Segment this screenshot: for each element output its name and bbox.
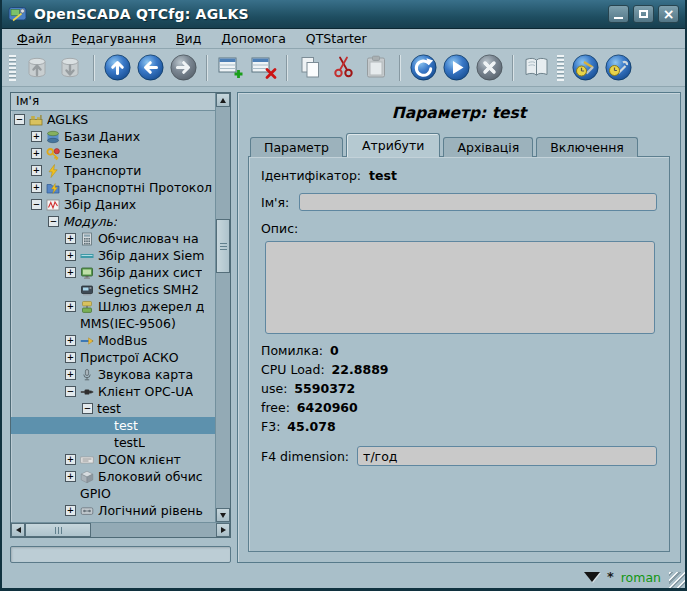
expand-toggle[interactable]: + [65, 335, 76, 346]
tree-item-security[interactable]: +Безпека [11, 145, 215, 162]
minimize-button[interactable] [608, 5, 629, 23]
item-remove-button[interactable] [248, 52, 278, 84]
toolbar-handle[interactable] [557, 55, 564, 81]
load-from-db-button [22, 52, 52, 84]
cut-button[interactable] [328, 52, 358, 84]
collapse-toggle[interactable]: − [48, 216, 59, 227]
horizontal-scroll-thumb[interactable] [25, 523, 91, 537]
tree-horizontal-scrollbar[interactable] [11, 522, 230, 537]
calc-icon [80, 232, 94, 246]
tree-header[interactable]: Ім'я [11, 93, 215, 111]
titlebar[interactable]: OpenSCADA QTCfg: AGLKS × [2, 0, 685, 29]
expand-toggle[interactable]: + [31, 165, 42, 176]
menu-item-file[interactable]: Файл [8, 30, 61, 47]
tab-parameter[interactable]: Параметр [250, 137, 343, 157]
menu-item-qtstarter[interactable]: QTStarter [297, 30, 376, 47]
tree-item-dcon[interactable]: +DCON клієнт [11, 451, 215, 468]
scroll-left-button[interactable] [11, 523, 25, 537]
name-input[interactable] [299, 193, 657, 211]
expand-toggle[interactable]: + [31, 182, 42, 193]
item-add-button[interactable] [215, 52, 245, 84]
tree-item-testl-parameter[interactable]: testL [11, 434, 215, 451]
expand-toggle[interactable]: + [65, 301, 76, 312]
tree-item-opc-ua[interactable]: −Клієнт OPC-UA [11, 383, 215, 400]
tree-item-javalikecalc[interactable]: +Обчислювач на [11, 230, 215, 247]
collapse-toggle[interactable]: − [14, 114, 25, 125]
menu-item-edit[interactable]: Редагування [63, 30, 165, 47]
expand-toggle[interactable]: + [65, 267, 76, 278]
qtstarter-tools-button[interactable] [603, 52, 633, 84]
menu-item-view[interactable]: Вид [167, 30, 210, 47]
collapse-toggle[interactable]: − [82, 403, 93, 414]
block-icon [80, 470, 94, 484]
manual-button[interactable] [521, 52, 551, 84]
app-window: OpenSCADA QTCfg: AGLKS × ФайлРедагування… [0, 0, 687, 591]
scroll-down-button[interactable] [216, 508, 230, 522]
tab-archiving[interactable]: Архівація [443, 137, 533, 157]
sound-icon [80, 368, 94, 382]
tree-item-smh2gi[interactable]: Segnetics SMH2 [11, 281, 215, 298]
close-icon: × [663, 7, 675, 21]
tree-item-test-controller[interactable]: −test [11, 400, 215, 417]
stat-value: 5590372 [294, 381, 355, 396]
tree-item-label: GPIO [80, 486, 111, 501]
tab-attributes[interactable]: Атрибути [346, 133, 440, 157]
tree-item-logiclev[interactable]: +Логічний рівень [11, 502, 215, 519]
tree-item-gpio[interactable]: GPIO [11, 485, 215, 502]
f4-dimension-input[interactable] [357, 446, 657, 466]
tree-item-gate[interactable]: +Шлюз джерел д [11, 298, 215, 315]
tree-item-label: Клієнт OPC-UA [98, 384, 193, 399]
tree-filter-input[interactable] [10, 546, 231, 563]
close-button[interactable]: × [658, 5, 679, 23]
expand-toggle[interactable]: + [65, 250, 76, 261]
toolbar-handle[interactable] [9, 55, 16, 81]
expand-toggle[interactable]: + [65, 352, 76, 363]
tree-vertical-scrollbar[interactable] [215, 93, 230, 522]
tree-item-test-parameter[interactable]: test [11, 417, 215, 434]
expand-toggle[interactable]: + [65, 505, 76, 516]
menu-item-help[interactable]: Допомога [212, 30, 295, 47]
name-row: Ім'я: [261, 193, 657, 211]
scroll-up-button[interactable] [216, 93, 230, 107]
scroll-right-button[interactable] [216, 523, 230, 537]
tree-item-transports[interactable]: +Транспорти [11, 162, 215, 179]
vertical-scroll-thumb[interactable] [216, 219, 230, 273]
tree-item-mms[interactable]: MMS(IEC-9506) [11, 315, 215, 332]
tray-arrow-icon[interactable] [584, 572, 600, 582]
expand-toggle[interactable]: + [65, 471, 76, 482]
expand-toggle[interactable]: + [65, 454, 76, 465]
refresh-button[interactable] [408, 52, 438, 84]
tree-item-aglks[interactable]: −AGLKS [11, 111, 215, 128]
expand-toggle[interactable]: + [31, 148, 42, 159]
resize-grip[interactable] [669, 572, 685, 588]
tree-item-siemens[interactable]: +Збір даних Siem [11, 247, 215, 264]
stat-free: free:6420960 [261, 400, 657, 414]
vertical-scroll-track[interactable] [216, 107, 230, 508]
expand-toggle[interactable]: + [31, 131, 42, 142]
collapse-toggle[interactable]: − [65, 386, 76, 397]
tree-item-module[interactable]: −Модуль: [11, 213, 215, 230]
horizontal-scroll-track[interactable] [25, 523, 216, 537]
collapse-toggle[interactable]: − [31, 199, 42, 210]
tree-item-blockcalc[interactable]: +Блоковий обчис [11, 468, 215, 485]
tree-item-modbus[interactable]: +ModBus [11, 332, 215, 349]
tree-item-system-da[interactable]: +Збір даних сист [11, 264, 215, 281]
tree-item-databases[interactable]: +Бази Даних [11, 128, 215, 145]
go-back-button[interactable] [135, 52, 165, 84]
tab-content: Ідентифікатор: test Ім'я: Опис: Помилка:… [248, 156, 670, 552]
left-arrow-icon [16, 527, 21, 533]
expand-toggle[interactable]: + [65, 369, 76, 380]
expand-toggle[interactable]: + [65, 233, 76, 244]
tree-item-protocols[interactable]: +Транспортні Протокол [11, 179, 215, 196]
tree-item-asko[interactable]: +Пристрої АСКО [11, 349, 215, 366]
maximize-button[interactable] [633, 5, 654, 23]
current-user[interactable]: roman [621, 570, 661, 585]
qtstarter-config-button[interactable] [570, 52, 600, 84]
description-textarea[interactable] [265, 241, 655, 334]
tree-item-daq[interactable]: −Збір Даних [11, 196, 215, 213]
start-button[interactable] [441, 52, 471, 84]
tab-enable[interactable]: Включення [536, 137, 638, 157]
go-up-button[interactable] [102, 52, 132, 84]
copy-button[interactable] [295, 52, 325, 84]
tree-item-soundcard[interactable]: +Звукова карта [11, 366, 215, 383]
